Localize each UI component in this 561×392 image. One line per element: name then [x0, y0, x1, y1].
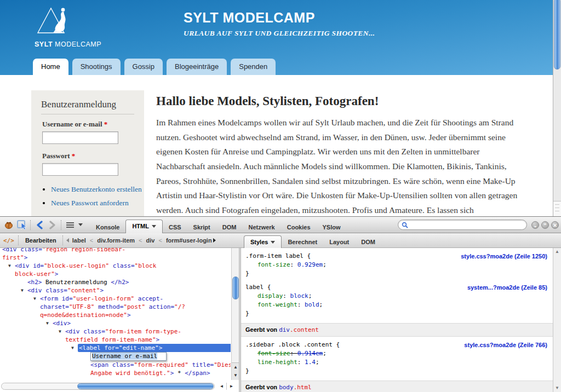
inspect-element-icon[interactable] — [15, 219, 28, 231]
inherited-element[interactable]: div — [279, 326, 290, 333]
html-tree-line[interactable]: <div class="region region-sidebar- — [0, 248, 231, 253]
code-segment: class= — [45, 287, 67, 294]
site-tab-gossip[interactable]: Gossip — [124, 59, 163, 75]
html-tree-line[interactable]: first"> — [0, 253, 231, 262]
firebug-tab-html[interactable]: HTML — [125, 220, 163, 233]
scrollbar-thumb[interactable] — [554, 0, 560, 70]
toolbar-dropdown-caret-icon[interactable] — [77, 219, 84, 231]
breadcrumb-separator: < — [139, 237, 142, 244]
breadcrumb-item[interactable]: div.form-item — [97, 237, 135, 244]
page-subtitle: URLAUB AUF SYLT UND GLEICHZEITIG SHOOTEN… — [184, 29, 375, 38]
breadcrumb-more-icon[interactable] — [213, 238, 216, 243]
html-tree-line[interactable]: ▼<form id="user-login-form" accept- — [0, 295, 231, 303]
html-tree-line[interactable]: q=node&destination=node"> — [0, 311, 231, 319]
css-property[interactable]: line-height: 1.4; — [241, 358, 553, 367]
firebug-search[interactable] — [398, 220, 527, 230]
scroll-up-icon[interactable]: ▲ — [232, 363, 239, 371]
css-selector[interactable]: label {system...?moa2de (Zeile 85) — [241, 283, 553, 292]
code-segment: "form-required" — [134, 361, 188, 368]
forward-icon[interactable] — [46, 219, 59, 231]
styles-panel-scrollbar[interactable]: ▲ ▼ — [553, 248, 561, 392]
scrollbar-corner — [553, 201, 561, 216]
close-button[interactable]: ✕ — [551, 221, 559, 229]
password-label: Passwort * — [42, 152, 133, 160]
html-tree-line[interactable]: ▼<div id="block-user-login" class="block — [0, 262, 231, 270]
site-tab-blogeeinträge[interactable]: Blogeeinträge — [167, 59, 227, 75]
css-selector[interactable]: .form-item label {style.css?moa2de (Zeil… — [241, 252, 553, 261]
site-tab-shootings[interactable]: Shootings — [72, 59, 121, 75]
scroll-right-icon[interactable]: ► — [226, 383, 236, 390]
minimize-button[interactable]: ⌄ — [531, 221, 539, 229]
firebug-tab-cookies[interactable]: Cookies — [281, 221, 317, 233]
twisty-icon[interactable]: ▼ — [8, 262, 11, 270]
firebug-tab-skript[interactable]: Skript — [187, 221, 216, 233]
firebug-tab-yslow[interactable]: YSlow — [317, 221, 347, 233]
scroll-left-icon[interactable]: ◄ — [217, 383, 226, 390]
site-tab-home[interactable]: Home — [33, 59, 68, 75]
html-tree-line[interactable]: Username or e-mail — [0, 352, 231, 361]
firebug-tab-dom[interactable]: DOM — [216, 221, 243, 233]
html-tree-line[interactable]: <span class="form-required" title="Dies — [0, 361, 231, 369]
scroll-down-icon[interactable]: ▼ — [553, 384, 561, 392]
css-selector[interactable]: .sidebar .block .content {style.css?moa2… — [241, 341, 553, 349]
twisty-icon[interactable]: ▼ — [71, 344, 74, 352]
inherited-element[interactable]: body — [279, 384, 294, 391]
html-panel-vscrollbar[interactable] — [231, 248, 239, 368]
css-property[interactable]: font-size: 0.914em; — [241, 349, 553, 358]
firebug-tab-netzwerk[interactable]: Netzwerk — [242, 221, 280, 233]
css-file-link[interactable]: system...?moa2de (Zeile 85) — [467, 283, 547, 292]
edit-source-icon[interactable]: </> — [3, 237, 14, 244]
html-tree-line[interactable]: <h2> Benutzeranmeldung </h2> — [0, 278, 231, 286]
html-tree-line[interactable]: ▼<div class="form-item form-type- — [0, 327, 231, 336]
html-tree-line[interactable]: textfield form-item-name"> — [0, 336, 231, 344]
scroll-up-icon[interactable]: ▲ — [553, 248, 561, 256]
side-tab-dom[interactable]: DOM — [355, 236, 381, 248]
search-input[interactable] — [408, 221, 523, 229]
css-property-name: font-weight — [257, 301, 297, 308]
css-file-link[interactable]: style.css?moa2de (Zeile 766) — [464, 341, 547, 349]
html-tree-line[interactable]: block-user"> — [0, 270, 231, 278]
selected-node[interactable]: <label for="edit-name"> — [78, 344, 231, 352]
css-colon: : — [290, 350, 297, 357]
firebug-menu-icon[interactable] — [2, 219, 15, 231]
twisty-icon[interactable]: ▼ — [21, 286, 24, 295]
breadcrumb-item[interactable]: form#user-login — [166, 237, 212, 244]
html-tree-line[interactable]: ▼<label for="edit-name"> — [0, 344, 231, 352]
scroll-down-icon[interactable]: ▼ — [232, 371, 239, 379]
site-tab-spenden[interactable]: Spenden — [231, 59, 276, 75]
twisty-icon[interactable]: ▼ — [59, 327, 61, 336]
side-tab-layout[interactable]: Layout — [323, 236, 355, 248]
breadcrumb-item[interactable]: label — [72, 237, 86, 244]
twisty-icon[interactable]: ▼ — [33, 295, 36, 303]
side-tab-styles[interactable]: Styles — [244, 235, 282, 248]
side-tab-berechnet[interactable]: Berechnet — [282, 236, 323, 248]
scrollbar-thumb[interactable] — [232, 276, 239, 299]
breadcrumb-overflow-icon[interactable] — [66, 238, 69, 243]
breadcrumb-item[interactable]: div — [146, 237, 155, 244]
back-icon[interactable] — [33, 219, 46, 231]
html-tree-line[interactable]: ▼<div> — [0, 319, 231, 327]
css-property[interactable]: font-size: 0.929em; — [241, 261, 553, 269]
site-logo[interactable]: SYLT MODELCAMP — [35, 5, 100, 48]
login-link[interactable]: Neues Benutzerkonto erstellen — [51, 185, 142, 193]
edit-button[interactable]: Bearbeiten — [25, 237, 56, 244]
firebug-tab-css[interactable]: CSS — [163, 221, 187, 233]
css-property[interactable]: display: block; — [241, 292, 553, 301]
html-tree-line[interactable]: ▼<div class="content"> — [0, 286, 231, 295]
html-panel-hscrollbar[interactable] — [1, 383, 215, 390]
detach-button[interactable]: ⌃ — [541, 221, 549, 229]
code-segment: </h2> — [111, 279, 129, 286]
html-tree-line[interactable]: Angabe wird benötigt."> * </span> — [0, 369, 231, 377]
html-tree-line[interactable]: charset="UTF-8" method="post" action="/? — [0, 303, 231, 311]
firebug-tab-konsole[interactable]: Konsole — [90, 221, 125, 233]
password-input[interactable] — [42, 163, 118, 176]
css-file-link[interactable]: style.css?moa2de (Zeile 1250) — [461, 252, 547, 261]
scrollbar-thumb[interactable] — [77, 383, 214, 389]
panel-list-icon[interactable] — [64, 219, 77, 231]
inline-editor[interactable]: Username or e-mail — [90, 352, 167, 361]
login-link[interactable]: Neues Passwort anfordern — [51, 199, 129, 207]
twisty-icon[interactable]: ▼ — [46, 319, 49, 327]
username-input[interactable] — [42, 131, 118, 144]
page-vertical-scrollbar[interactable] — [553, 0, 561, 216]
css-property[interactable]: font-weight: bold; — [241, 301, 553, 309]
